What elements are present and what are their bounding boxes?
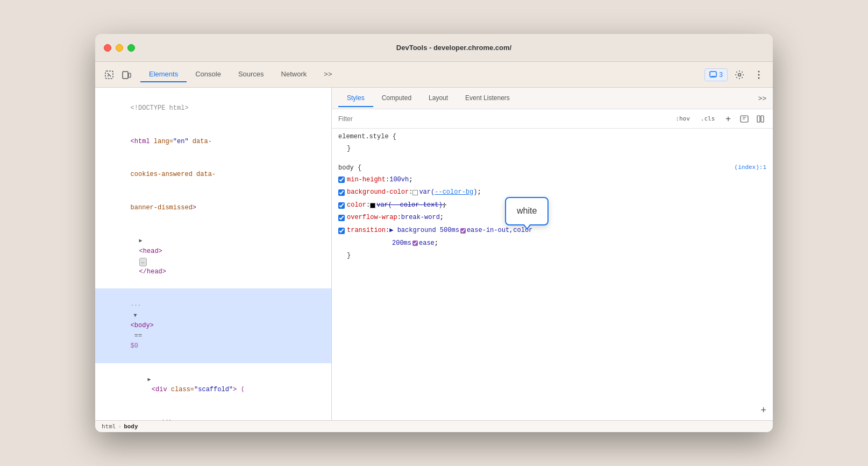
style-close-brace: }	[338, 143, 766, 156]
color-checkbox[interactable]	[338, 202, 345, 209]
list-item: <!DOCTYPE html>	[95, 92, 331, 125]
tab-sources[interactable]: Sources	[230, 67, 273, 82]
svg-point-4	[738, 73, 741, 76]
color-tooltip: white	[505, 197, 549, 225]
collapse-triangle-div: ▶	[148, 376, 153, 384]
styles-tabs-bar: Styles Computed Layout Event Listeners >…	[332, 88, 773, 109]
main-content: <!DOCTYPE html> <html lang="en" data- co…	[95, 88, 773, 420]
tab-network[interactable]: Network	[273, 67, 316, 82]
property-background-color: background-color : var(--color-bg) ; whi…	[338, 186, 766, 199]
property-min-height: min-height : 100vh ;	[338, 174, 766, 187]
add-style-rule-button[interactable]: +	[760, 405, 766, 416]
titlebar: DevTools - developer.chrome.com/	[95, 34, 773, 62]
hov-button[interactable]: :hov	[672, 114, 693, 123]
elements-panel: <!DOCTYPE html> <html lang="en" data- co…	[95, 88, 332, 420]
window-title: DevTools - developer.chrome.com/	[144, 44, 764, 52]
breadcrumb-html[interactable]: html	[102, 423, 116, 430]
style-source-link[interactable]: (index):1	[735, 164, 766, 174]
styles-tab-computed[interactable]: Computed	[373, 90, 420, 107]
device-toolbar-icon[interactable]	[119, 67, 134, 82]
body-selector: body {	[338, 164, 361, 172]
filter-bar: :hov .cls +	[332, 109, 773, 129]
svg-point-5	[758, 70, 760, 72]
collapse-triangle: ▶	[139, 237, 145, 245]
more-options-icon[interactable]	[751, 67, 766, 82]
styles-more-tabs[interactable]: >>	[758, 94, 766, 102]
color-swatch-text[interactable]	[370, 203, 375, 208]
bg-color-checkbox[interactable]	[338, 189, 345, 196]
filter-input[interactable]	[338, 115, 668, 123]
list-item[interactable]: <html lang="en" data-	[95, 125, 331, 159]
maximize-button[interactable]	[127, 44, 135, 52]
new-style-rule-icon[interactable]	[738, 113, 750, 125]
styles-content: element.style { } body { (index):1	[332, 129, 773, 420]
cls-button[interactable]: .cls	[698, 114, 718, 123]
html-tag: <html	[131, 138, 154, 145]
ellipsis-badge: …	[139, 258, 147, 266]
transition-checkbox[interactable]	[338, 228, 345, 234]
messages-count: 3	[719, 71, 723, 79]
property-color: color : var(--color-text) ;	[338, 199, 766, 212]
color-bg-link[interactable]: --color-bg	[435, 187, 473, 199]
list-item[interactable]: ▶ <head> … </head>	[95, 224, 331, 288]
toolbar-right-actions: 3	[705, 67, 766, 82]
ease-in-out-checkbox[interactable]	[460, 228, 466, 234]
min-height-checkbox[interactable]	[338, 176, 345, 183]
svg-rect-10	[761, 116, 764, 122]
styles-tab-event-listeners[interactable]: Event Listeners	[457, 90, 518, 107]
settings-icon[interactable]	[732, 67, 747, 82]
ease-checkbox[interactable]	[412, 241, 418, 246]
tooltip-text: white	[517, 206, 537, 215]
devtools-window: DevTools - developer.chrome.com/ Element…	[95, 34, 773, 432]
styles-tab-layout[interactable]: Layout	[420, 90, 457, 107]
breadcrumb-body[interactable]: body	[124, 423, 138, 430]
list-item[interactable]: ▶ <div class="scaffold"> ⟨	[95, 363, 331, 407]
color-swatch-bg[interactable]	[412, 190, 418, 195]
doctype-text: <!DOCTYPE html>	[131, 104, 189, 112]
filter-actions: :hov .cls +	[672, 112, 766, 125]
list-item: </div> grid	[95, 406, 331, 420]
main-toolbar: Elements Console Sources Network >> 3	[95, 62, 773, 88]
property-transition: transition : ▶ background 500ms ease-in-…	[338, 224, 766, 237]
computed-styles-icon[interactable]	[755, 113, 766, 125]
selected-element-line[interactable]: ··· ▼ <body> == $0	[95, 288, 331, 363]
property-overflow-wrap: overflow-wrap : break-word ;	[338, 211, 766, 224]
breadcrumb-bar: html › body	[95, 420, 773, 432]
minimize-button[interactable]	[116, 44, 123, 52]
svg-rect-1	[123, 72, 128, 79]
overflow-wrap-checkbox[interactable]	[338, 215, 345, 221]
rule-close-brace: }	[338, 250, 766, 263]
styles-tab-styles[interactable]: Styles	[338, 90, 373, 107]
property-transition-cont: 200ms ease ;	[338, 237, 766, 250]
element-style-rule: element.style { }	[338, 133, 766, 156]
traffic-lights	[104, 44, 135, 52]
tab-console[interactable]: Console	[187, 67, 230, 82]
body-style-rule: body { (index):1 min-height : 100vh ;	[338, 164, 766, 263]
svg-point-7	[758, 77, 760, 79]
plus-button[interactable]: +	[722, 112, 734, 125]
list-item: cookies-answered data-	[95, 158, 331, 192]
expand-triangle: ▼	[131, 312, 136, 320]
messages-badge-button[interactable]: 3	[705, 68, 728, 81]
svg-rect-9	[757, 116, 760, 122]
rule-header: body { (index):1	[338, 164, 766, 174]
style-selector: element.style {	[338, 133, 766, 140]
list-item: banner-dismissed>	[95, 192, 331, 225]
tab-more[interactable]: >>	[315, 67, 340, 82]
close-button[interactable]	[104, 44, 111, 52]
main-tabs: Elements Console Sources Network >>	[140, 67, 340, 82]
tab-elements[interactable]: Elements	[140, 67, 187, 82]
svg-rect-2	[129, 73, 131, 77]
svg-point-6	[758, 74, 760, 75]
inspect-element-icon[interactable]	[102, 67, 117, 82]
styles-panel: Styles Computed Layout Event Listeners >…	[332, 88, 773, 420]
